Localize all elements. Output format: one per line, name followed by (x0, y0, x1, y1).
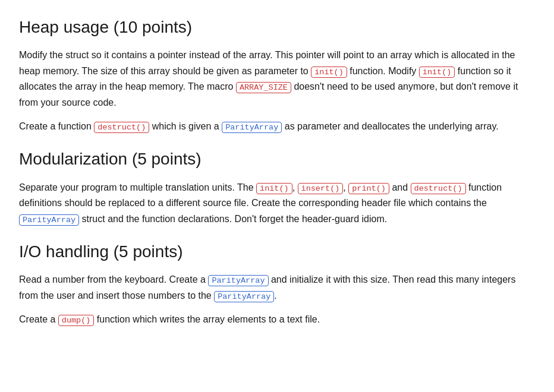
paragraph-io-p2: Create a dump() function which writes th… (19, 312, 535, 327)
inline-code: init() (256, 183, 292, 194)
paragraph-mod-p1: Separate your program to multiple transl… (19, 180, 535, 227)
text-span: Read a number from the keyboard. Create … (19, 274, 208, 284)
inline-code: destruct() (411, 183, 466, 194)
text-span: , (343, 182, 348, 192)
text-span: Create a (19, 314, 58, 324)
section-modularization: Modularization (5 points)Separate your p… (19, 148, 535, 227)
text-span: Separate your program to multiple transl… (19, 182, 256, 192)
heading-io-handling: I/O handling (5 points) (19, 241, 535, 263)
text-span: and (389, 182, 411, 192)
heading-heap-usage: Heap usage (10 points) (19, 17, 535, 38)
inline-code: ParityArray (214, 291, 274, 302)
inline-code: init() (311, 67, 347, 78)
inline-code: ParityArray (208, 275, 268, 286)
inline-code: init() (419, 67, 455, 78)
inline-code: ParityArray (222, 122, 282, 133)
paragraph-io-p1: Read a number from the keyboard. Create … (19, 272, 535, 304)
text-span: as parameter and deallocates the underly… (282, 121, 498, 131)
section-io-handling: I/O handling (5 points)Read a number fro… (19, 241, 535, 328)
paragraph-heap-p2: Create a function destruct() which is gi… (19, 119, 535, 134)
heading-modularization: Modularization (5 points) (19, 148, 535, 170)
inline-code: print() (348, 183, 389, 194)
text-span: function. Modify (347, 66, 419, 76)
inline-code: destruct() (94, 122, 149, 133)
text-span: function which writes the array elements… (94, 314, 320, 324)
section-heap-usage: Heap usage (10 points)Modify the struct … (19, 17, 535, 134)
inline-code: insert() (298, 183, 344, 194)
text-span: . (274, 290, 276, 301)
text-span: , (292, 182, 298, 192)
inline-code: dump() (58, 315, 95, 326)
inline-code: ParityArray (19, 214, 79, 226)
text-span: struct and the function declarations. Do… (79, 214, 387, 224)
inline-code: ARRAY_SIZE (236, 82, 291, 93)
text-span: Create a function (19, 121, 94, 131)
paragraph-heap-p1: Modify the struct so it contains a point… (19, 48, 535, 110)
main-content: Heap usage (10 points)Modify the struct … (19, 17, 535, 327)
text-span: which is given a (149, 121, 222, 131)
